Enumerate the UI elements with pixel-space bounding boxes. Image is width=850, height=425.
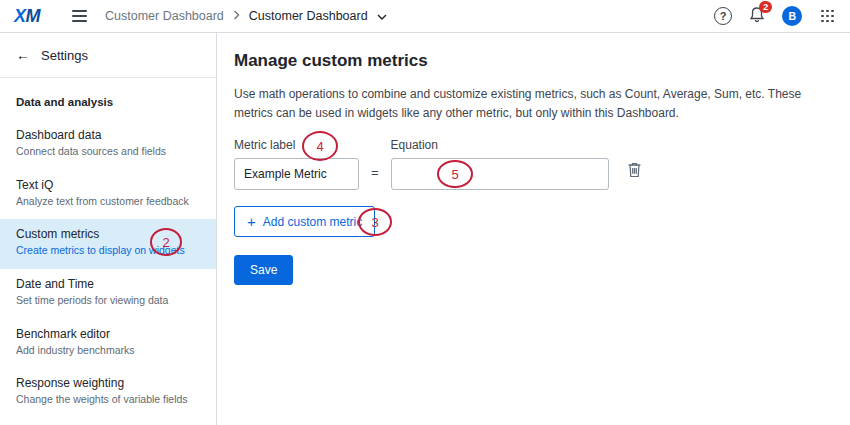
sidebar-item-response-weighting[interactable]: Response weighting Change the weights of… [0, 368, 216, 418]
notification-count-badge: 2 [759, 1, 772, 13]
settings-back-label: Settings [41, 48, 88, 63]
sidebar-item-title: Text iQ [16, 178, 200, 192]
equals-sign: = [371, 165, 379, 180]
breadcrumb-page[interactable]: Customer Dashboard [249, 9, 368, 23]
breadcrumb-project[interactable]: Customer Dashboard [105, 9, 224, 23]
sidebar-item-subtitle: Add industry benchmarks [16, 344, 200, 358]
notifications-bell-icon[interactable]: 2 [749, 6, 765, 26]
sidebar-item-text-iq[interactable]: Text iQ Analyze text from customer feedb… [0, 170, 216, 220]
metric-label-input[interactable] [234, 158, 359, 190]
custom-metric-row: Metric label = Equation [234, 138, 832, 190]
sidebar-item-subtitle: Change the weights of variable fields [16, 393, 200, 407]
delete-metric-button[interactable] [625, 159, 644, 183]
sidebar-item-subtitle: Connect data sources and fields [16, 145, 200, 159]
topbar-actions: ? 2 B [714, 6, 836, 26]
chevron-down-icon[interactable] [377, 9, 387, 23]
page-title: Manage custom metrics [234, 51, 832, 71]
sidebar-item-subtitle: Create metrics to display on widgets [16, 244, 200, 258]
sidebar-item-title: Dashboard data [16, 128, 200, 142]
save-button[interactable]: Save [234, 255, 293, 285]
apps-grid-icon[interactable] [819, 8, 836, 25]
breadcrumb: Customer Dashboard Customer Dashboard [105, 9, 387, 23]
add-custom-metric-button[interactable]: + Add custom metric [234, 206, 375, 237]
help-icon[interactable]: ? [714, 7, 732, 25]
xm-logo: XM [14, 7, 40, 25]
avatar[interactable]: B [782, 6, 802, 26]
xm-logo-x: X [14, 6, 26, 26]
sidebar-item-title: Response weighting [16, 376, 200, 390]
settings-back[interactable]: ← Settings [0, 33, 216, 78]
chevron-right-icon [233, 9, 240, 23]
top-bar: XM Customer Dashboard Customer Dashboard… [0, 0, 850, 33]
sidebar-item-subtitle: Set time periods for viewing data [16, 294, 200, 308]
metric-label-label: Metric label [234, 138, 359, 152]
trash-icon [627, 166, 642, 181]
add-custom-metric-label: Add custom metric [263, 215, 362, 229]
sidebar-item-title: Custom metrics [16, 227, 200, 241]
hamburger-menu-icon[interactable] [68, 6, 91, 26]
main-content: Manage custom metrics Use math operation… [218, 33, 850, 425]
xm-logo-m: M [26, 6, 41, 26]
page-description: Use math operations to combine and custo… [234, 85, 832, 122]
settings-sidebar: ← Settings Data and analysis Dashboard d… [0, 33, 217, 425]
sidebar-item-title: Date and Time [16, 277, 200, 291]
metric-label-field: Metric label [234, 138, 359, 190]
sidebar-item-subtitle: Analyze text from customer feedback [16, 195, 200, 209]
back-arrow-icon: ← [16, 47, 30, 63]
sidebar-item-title: Benchmark editor [16, 327, 200, 341]
sidebar-section-label: Data and analysis [0, 78, 216, 120]
plus-icon: + [247, 214, 256, 229]
sidebar-item-benchmark-editor[interactable]: Benchmark editor Add industry benchmarks [0, 319, 216, 369]
sidebar-item-custom-metrics[interactable]: Custom metrics Create metrics to display… [0, 219, 216, 269]
sidebar-item-dashboard-data[interactable]: Dashboard data Connect data sources and … [0, 120, 216, 170]
equation-label: Equation [391, 138, 609, 152]
equation-field: Equation [391, 138, 609, 190]
equation-input[interactable] [391, 158, 609, 190]
sidebar-item-date-and-time[interactable]: Date and Time Set time periods for viewi… [0, 269, 216, 319]
